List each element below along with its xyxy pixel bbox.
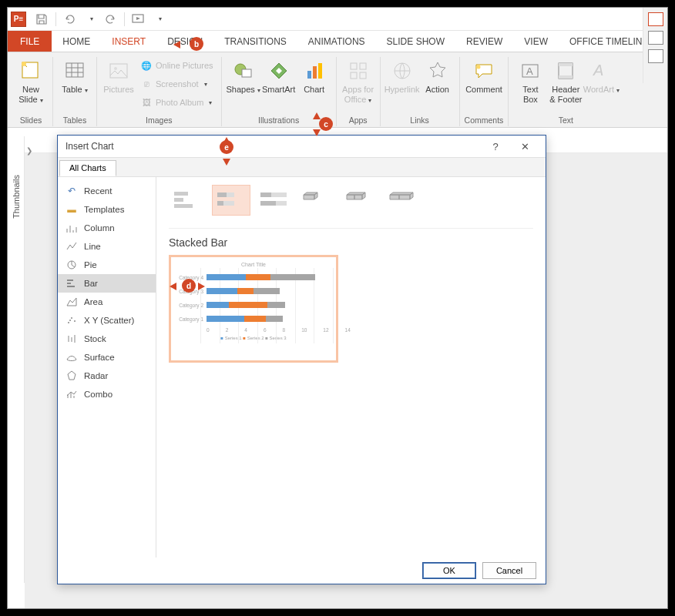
tab-insert[interactable]: INSERT: [101, 31, 156, 52]
comment-button[interactable]: Comment: [467, 55, 501, 95]
callout-arrow-b: [173, 41, 180, 49]
dialog-close-button[interactable]: ✕: [510, 137, 539, 156]
tab-slideshow[interactable]: SLIDE SHOW: [376, 31, 455, 52]
side-item-area[interactable]: Area: [58, 293, 156, 311]
pictures-label: Pictures: [103, 85, 134, 95]
tabs-container: FILE HOME INSERT DESIGN TRANSITIONS ANIM…: [8, 31, 664, 52]
svg-rect-12: [360, 63, 366, 69]
side-item-stock[interactable]: Stock: [58, 330, 156, 348]
dialog-help-button[interactable]: ?: [481, 137, 510, 156]
tab-design[interactable]: DESIGN: [156, 31, 213, 52]
photo-album-button[interactable]: 🖼Photo Album: [137, 94, 217, 111]
side-item-column[interactable]: Column: [58, 219, 156, 237]
extra-icon-1[interactable]: [648, 12, 663, 26]
group-label-slides: Slides: [14, 114, 48, 127]
shapes-button[interactable]: Shapes: [227, 55, 260, 95]
chart-button[interactable]: Chart: [297, 55, 331, 95]
thumbnail-strip[interactable]: Thumbnails: [8, 136, 25, 583]
svg-rect-34: [223, 201, 234, 206]
dialog-tab-all-charts[interactable]: All Charts: [59, 160, 116, 176]
undo-dropdown[interactable]: [81, 10, 99, 28]
comment-icon: [472, 59, 496, 83]
subtype-clustered-bar[interactable]: [169, 185, 207, 216]
hyperlink-button[interactable]: Hyperlink: [385, 55, 419, 95]
header-footer-button[interactable]: Header & Footer: [549, 55, 583, 105]
action-label: Action: [425, 85, 449, 95]
online-pictures-button[interactable]: 🌐Online Pictures: [137, 57, 217, 74]
tab-home[interactable]: HOME: [52, 31, 101, 52]
subtype-3d-clustered-bar[interactable]: [298, 185, 337, 216]
wordart-button[interactable]: A WordArt: [584, 55, 618, 95]
pictures-button[interactable]: Pictures: [102, 55, 136, 95]
side-item-combo[interactable]: Combo: [58, 385, 156, 403]
shapes-icon: [231, 59, 256, 83]
side-item-radar[interactable]: Radar: [58, 367, 156, 385]
table-label: Table: [62, 85, 87, 95]
smartart-button[interactable]: SmartArt: [262, 55, 296, 95]
tab-animations[interactable]: ANIMATIONS: [297, 31, 376, 52]
smartart-icon: [267, 59, 291, 83]
svg-point-27: [69, 320, 71, 321]
svg-rect-7: [242, 69, 251, 77]
side-item-scatter[interactable]: X Y (Scatter): [58, 311, 156, 330]
svg-rect-8: [307, 71, 311, 79]
hyperlink-icon: [390, 59, 415, 83]
side-item-surface[interactable]: Surface: [58, 348, 156, 367]
preview-title: Chart Title: [177, 262, 330, 267]
side-item-line[interactable]: Line: [58, 237, 156, 256]
side-item-bar[interactable]: Bar: [58, 274, 156, 293]
action-button[interactable]: Action: [421, 55, 455, 95]
ok-button[interactable]: OK: [422, 562, 476, 579]
cancel-button[interactable]: Cancel: [482, 562, 536, 579]
callout-arrow-e-down: [223, 159, 230, 166]
tab-file[interactable]: FILE: [8, 31, 52, 52]
thumbnail-strip-label: Thumbnails: [12, 175, 21, 219]
ribbon-insert: New Slide Slides Table Tables Pictures: [8, 52, 667, 128]
new-slide-button[interactable]: New Slide: [14, 55, 48, 105]
radar-icon: [65, 370, 78, 382]
svg-rect-31: [217, 192, 227, 197]
svg-rect-3: [66, 63, 83, 77]
svg-rect-29: [174, 198, 183, 202]
header-footer-icon: [553, 59, 578, 83]
svg-rect-21: [559, 75, 573, 79]
table-icon: [62, 59, 87, 83]
qat-customize-dropdown[interactable]: [149, 10, 168, 28]
svg-point-5: [114, 67, 117, 70]
subtype-stacked-bar[interactable]: [212, 185, 250, 216]
extra-icon-2[interactable]: [648, 31, 663, 45]
text-box-button[interactable]: A Text Box: [513, 55, 547, 105]
chart-subtype-row: [169, 185, 533, 216]
table-button[interactable]: Table: [58, 55, 92, 95]
new-slide-icon: [18, 59, 43, 83]
extra-icon-3[interactable]: [648, 49, 663, 63]
undo-icon[interactable]: [61, 10, 79, 28]
svg-rect-35: [260, 192, 271, 197]
svg-rect-14: [360, 72, 366, 79]
screenshot-button[interactable]: ⎚Screenshot: [137, 75, 217, 92]
save-icon[interactable]: [32, 10, 51, 28]
wordart-icon: A: [589, 59, 613, 83]
tab-review[interactable]: REVIEW: [455, 31, 513, 52]
subtype-3d-stacked-bar[interactable]: [341, 185, 380, 216]
tab-transitions[interactable]: TRANSITIONS: [213, 31, 297, 52]
redo-icon[interactable]: [101, 10, 119, 28]
subtype-3d-100-stacked-bar[interactable]: [385, 185, 423, 216]
combo-icon: [65, 388, 78, 400]
thumbnail-expand-icon[interactable]: ❯: [26, 146, 32, 155]
start-slideshow-icon[interactable]: [129, 10, 148, 28]
group-label-tables: Tables: [58, 114, 92, 127]
chart-preview[interactable]: Chart Title Category 4Category 3Category…: [169, 255, 338, 363]
svg-rect-32: [227, 192, 234, 197]
dialog-title: Insert Chart: [65, 141, 481, 152]
apps-for-office-button[interactable]: Apps for Office: [341, 55, 375, 105]
side-item-templates[interactable]: ▬Templates: [58, 200, 156, 219]
side-item-pie[interactable]: Pie: [58, 256, 156, 274]
tab-view[interactable]: VIEW: [513, 31, 559, 52]
side-item-recent[interactable]: ↶Recent: [58, 182, 156, 200]
group-apps: Apps for Office Apps: [338, 54, 378, 127]
svg-rect-30: [174, 204, 193, 208]
callout-c: c: [319, 117, 333, 131]
subtype-100-stacked-bar[interactable]: [255, 185, 294, 216]
svg-rect-20: [559, 63, 573, 66]
